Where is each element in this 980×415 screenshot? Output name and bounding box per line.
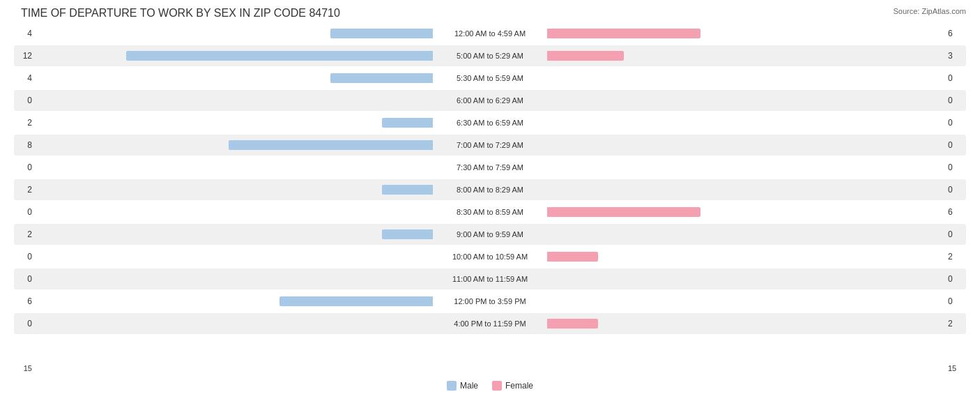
female-bar-container	[546, 94, 945, 107]
female-bar-container	[546, 116, 945, 129]
female-bar-container	[546, 139, 945, 151]
legend-female-box	[492, 381, 502, 391]
female-value: 6	[945, 207, 966, 217]
female-value: 0	[945, 140, 966, 150]
male-bar-container	[35, 72, 434, 84]
female-bar-container	[546, 250, 945, 263]
male-bar-container	[35, 116, 434, 129]
legend-male-label: Male	[460, 381, 478, 391]
bar-row: 12 5:00 AM to 5:29 AM 3	[14, 45, 966, 66]
female-bar	[547, 252, 598, 262]
male-value: 0	[14, 274, 35, 284]
bars-section: 10:00 AM to 10:59 AM	[35, 246, 945, 267]
bars-section: 11:00 AM to 11:59 AM	[35, 269, 945, 289]
legend-male: Male	[447, 381, 478, 391]
chart-legend: Male Female	[14, 381, 966, 391]
male-value: 4	[14, 29, 35, 38]
male-bar-container	[35, 273, 434, 285]
legend-female-label: Female	[505, 381, 533, 391]
male-bar-container	[35, 250, 434, 263]
bar-row: 8 7:00 AM to 7:29 AM 0	[14, 135, 966, 156]
male-value: 0	[14, 163, 35, 172]
male-value: 0	[14, 319, 35, 329]
male-bar	[382, 229, 433, 239]
bottom-axis: 15 15	[14, 361, 966, 375]
female-bar-container	[546, 183, 945, 196]
male-bar	[382, 118, 433, 128]
female-bar	[547, 319, 598, 329]
female-bar	[547, 29, 700, 38]
female-bar	[547, 51, 624, 61]
axis-left-label: 15	[14, 364, 35, 372]
male-value: 2	[14, 229, 35, 239]
male-bar-container	[35, 161, 434, 174]
male-value: 2	[14, 118, 35, 128]
time-label: 12:00 PM to 3:59 PM	[434, 297, 546, 305]
bar-row: 0 8:30 AM to 8:59 AM 6	[14, 202, 966, 222]
female-bar-container	[546, 27, 945, 40]
bar-row: 0 10:00 AM to 10:59 AM 2	[14, 246, 966, 267]
female-value: 0	[945, 118, 966, 128]
female-value: 2	[945, 319, 966, 329]
bars-section: 6:00 AM to 6:29 AM	[35, 90, 945, 111]
bars-section: 7:30 AM to 7:59 AM	[35, 157, 945, 178]
source-text: Source: ZipAtlas.com	[893, 7, 966, 15]
time-label: 10:00 AM to 10:59 AM	[434, 252, 546, 261]
male-value: 0	[14, 207, 35, 217]
time-label: 5:30 AM to 5:59 AM	[434, 74, 546, 82]
female-value: 3	[945, 51, 966, 61]
bars-section: 8:30 AM to 8:59 AM	[35, 202, 945, 222]
bar-row: 0 6:00 AM to 6:29 AM 0	[14, 90, 966, 111]
bar-row: 6 12:00 PM to 3:59 PM 0	[14, 291, 966, 312]
bar-row: 2 6:30 AM to 6:59 AM 0	[14, 112, 966, 133]
male-value: 2	[14, 185, 35, 195]
bars-section: 6:30 AM to 6:59 AM	[35, 112, 945, 133]
time-label: 7:30 AM to 7:59 AM	[434, 163, 546, 172]
bar-row: 0 4:00 PM to 11:59 PM 2	[14, 313, 966, 334]
bars-section: 8:00 AM to 8:29 AM	[35, 179, 945, 200]
bars-section: 5:30 AM to 5:59 AM	[35, 68, 945, 89]
male-bar-container	[35, 50, 434, 62]
time-label: 11:00 AM to 11:59 AM	[434, 275, 546, 283]
male-value: 4	[14, 73, 35, 83]
bar-row: 2 9:00 AM to 9:59 AM 0	[14, 224, 966, 245]
male-bar-container	[35, 206, 434, 218]
time-label: 8:00 AM to 8:29 AM	[434, 186, 546, 194]
time-label: 6:30 AM to 6:59 AM	[434, 119, 546, 127]
time-label: 12:00 AM to 4:59 AM	[434, 29, 546, 38]
bar-row: 0 7:30 AM to 7:59 AM 0	[14, 157, 966, 178]
male-bar	[229, 140, 433, 150]
male-value: 0	[14, 252, 35, 262]
female-value: 0	[945, 73, 966, 83]
female-value: 0	[945, 274, 966, 284]
male-bar	[330, 29, 433, 38]
female-bar	[547, 207, 700, 217]
male-value: 0	[14, 96, 35, 105]
male-bar-container	[35, 317, 434, 330]
bar-row: 4 5:30 AM to 5:59 AM 0	[14, 68, 966, 89]
male-bar	[382, 185, 433, 195]
male-bar	[126, 51, 433, 61]
legend-male-box	[447, 381, 457, 391]
male-bar-container	[35, 139, 434, 151]
female-value: 0	[945, 163, 966, 172]
female-value: 0	[945, 185, 966, 195]
male-bar-container	[35, 94, 434, 107]
bars-section: 12:00 AM to 4:59 AM	[35, 23, 945, 44]
female-value: 2	[945, 252, 966, 262]
female-bar-container	[546, 317, 945, 330]
male-value: 8	[14, 140, 35, 150]
female-bar-container	[546, 50, 945, 62]
bars-section: 12:00 PM to 3:59 PM	[35, 291, 945, 312]
chart-title: TIME OF DEPARTURE TO WORK BY SEX IN ZIP …	[14, 7, 966, 20]
male-value: 12	[14, 51, 35, 61]
legend-female: Female	[492, 381, 533, 391]
male-bar-container	[35, 183, 434, 196]
female-bar-container	[546, 273, 945, 285]
female-value: 0	[945, 229, 966, 239]
bar-row: 0 11:00 AM to 11:59 AM 0	[14, 269, 966, 289]
bars-section: 5:00 AM to 5:29 AM	[35, 45, 945, 66]
female-bar-container	[546, 206, 945, 218]
chart-area: 4 12:00 AM to 4:59 AM 6 12 5:00 AM to 5:…	[14, 23, 966, 361]
female-bar-container	[546, 72, 945, 84]
